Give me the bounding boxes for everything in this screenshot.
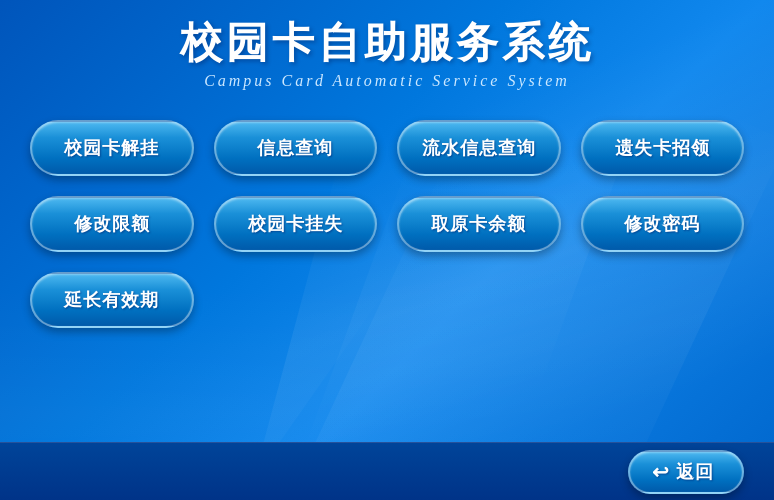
- back-arrow-icon: ↩: [652, 460, 670, 484]
- change-limit-button[interactable]: 修改限额: [30, 196, 194, 252]
- campus-card-unfreeze-button[interactable]: 校园卡解挂: [30, 120, 194, 176]
- extend-validity-button[interactable]: 延长有效期: [30, 272, 194, 328]
- change-password-button[interactable]: 修改密码: [581, 196, 745, 252]
- back-button[interactable]: ↩ 返回: [628, 450, 744, 494]
- info-query-button[interactable]: 信息查询: [214, 120, 378, 176]
- main-title: 校园卡自助服务系统: [0, 18, 774, 68]
- back-button-label: 返回: [676, 460, 714, 484]
- sub-title: Campus Card Automatic Service System: [0, 72, 774, 90]
- transaction-query-button[interactable]: 流水信息查询: [397, 120, 561, 176]
- campus-card-freeze-button[interactable]: 校园卡挂失: [214, 196, 378, 252]
- empty-slot-3: [397, 272, 561, 328]
- buttons-grid: 校园卡解挂 信息查询 流水信息查询 遗失卡招领 修改限额 校园卡挂失 取原卡余额…: [0, 100, 774, 338]
- header: 校园卡自助服务系统 Campus Card Automatic Service …: [0, 0, 774, 100]
- empty-slot-4: [581, 272, 745, 328]
- empty-slot-2: [214, 272, 378, 328]
- bottom-bar: ↩ 返回: [0, 442, 774, 500]
- get-balance-button[interactable]: 取原卡余额: [397, 196, 561, 252]
- lost-card-claim-button[interactable]: 遗失卡招领: [581, 120, 745, 176]
